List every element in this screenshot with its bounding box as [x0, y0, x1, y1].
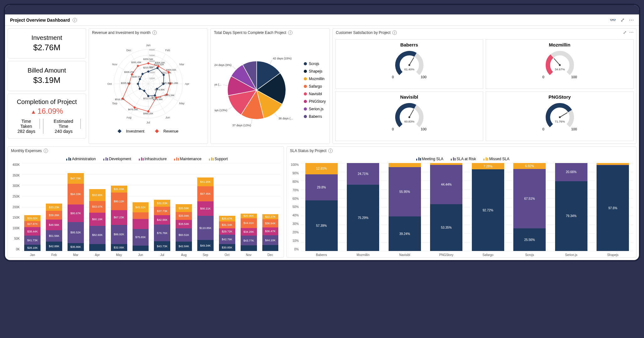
pie-legend: ScrojsShapejsMozmillinSafargoNavisiblPNG… — [304, 62, 326, 119]
radar-card: Revenue and Investment by month i 100K20… — [89, 28, 208, 144]
info-icon[interactable]: i — [392, 30, 397, 35]
svg-text:Jan: Jan — [146, 44, 150, 47]
sla-card: SLA Status by Project i Meeting SLASLA a… — [287, 146, 636, 258]
svg-line-97 — [554, 58, 560, 65]
expenses-chart: 0K50K100K150K200K250K300K350K400K$28.18K… — [8, 163, 284, 257]
svg-line-90 — [223, 85, 228, 85]
kpi-billed: Billed Amount $3.19M — [8, 61, 86, 91]
gauge-baberrs: Baberrs 61.40% 0100 — [335, 39, 483, 89]
svg-text:24 days (9%): 24 days (9%) — [215, 63, 232, 67]
svg-text:31 days (...: 31 days (... — [215, 83, 221, 86]
svg-text:$480.20K: $480.20K — [143, 112, 153, 115]
dashboard-header: Project Overview Dashboard i 👓 ⤢ ⋯ — [5, 14, 639, 26]
svg-text:500K: 500K — [149, 54, 155, 57]
expenses-card: Monthly Expenses i AdministrationDevelop… — [8, 146, 284, 258]
svg-text:Dec: Dec — [126, 49, 131, 52]
svg-point-101 — [408, 116, 410, 118]
svg-text:Mar: Mar — [179, 63, 184, 66]
more-icon[interactable]: ⋯ — [629, 17, 634, 23]
svg-text:Feb: Feb — [165, 49, 170, 52]
svg-text:$373.39K: $373.39K — [165, 94, 175, 97]
svg-text:$311.39K: $311.39K — [161, 71, 172, 74]
gauge-navisibl: Navisibl 60.83% 0100 — [335, 91, 483, 141]
svg-rect-54 — [139, 78, 141, 80]
svg-text:$335.02K: $335.02K — [121, 82, 131, 84]
more-icon[interactable]: ⋯ — [629, 30, 634, 35]
sla-chart: 0%10%20%30%40%50%60%70%80%90%100%57.39%2… — [287, 163, 636, 257]
svg-rect-52 — [139, 87, 141, 90]
svg-text:$361.45K: $361.45K — [131, 61, 141, 64]
svg-text:$212.51K: $212.51K — [143, 97, 153, 100]
svg-text:$276.94K: $276.94K — [153, 98, 163, 101]
svg-text:Nov: Nov — [112, 63, 117, 66]
pie-chart: 42 days (15%)38 days (...37 days (13%)37… — [215, 46, 299, 134]
svg-rect-53 — [137, 83, 139, 85]
radar-chart: 100K200K300K400K500K600KJanFebMarAprMayJ… — [89, 37, 208, 128]
svg-text:Apr: Apr — [185, 82, 189, 85]
svg-text:$174.86K: $174.86K — [155, 88, 165, 91]
svg-point-104 — [559, 116, 561, 118]
svg-line-100 — [409, 109, 414, 117]
svg-rect-56 — [141, 73, 144, 75]
page-title: Project Overview Dashboard — [10, 18, 70, 23]
svg-line-103 — [560, 112, 567, 117]
svg-text:$476.26K: $476.26K — [128, 108, 138, 111]
svg-text:100K: 100K — [149, 77, 155, 80]
svg-text:Oct: Oct — [107, 82, 112, 85]
svg-text:$167.91K: $167.91K — [132, 75, 142, 78]
gauge-mozmillin: Mozmillin 34.67% 0100 — [486, 39, 634, 89]
info-icon[interactable]: i — [152, 30, 157, 35]
svg-text:May: May — [179, 102, 184, 105]
window-titlebar — [5, 5, 639, 14]
svg-text:Jul: Jul — [146, 121, 150, 124]
gauge-pngstory: PNGStory 71.76% 0100 — [486, 91, 634, 141]
svg-text:$381.28K: $381.28K — [168, 82, 178, 84]
svg-text:600K: 600K — [149, 48, 155, 51]
svg-text:Jun: Jun — [165, 116, 170, 119]
svg-text:71.76%: 71.76% — [554, 120, 565, 123]
svg-line-84 — [275, 113, 277, 117]
svg-text:$409.43K: $409.43K — [166, 68, 176, 71]
svg-text:37 days (13%): 37 days (13%) — [232, 124, 251, 127]
expenses-legend: AdministrationDevelopmentInfrastructureM… — [8, 155, 284, 163]
svg-point-95 — [408, 64, 410, 66]
expand-icon[interactable]: ⤢ — [623, 30, 627, 35]
glasses-icon[interactable]: 👓 — [610, 17, 616, 23]
svg-line-88 — [228, 106, 232, 109]
svg-line-92 — [232, 66, 236, 69]
svg-text:$359.54K: $359.54K — [143, 58, 153, 61]
gauges-card: Customer Satisfaction by Project i ⤢ ⋯ B… — [332, 28, 636, 144]
pie-card: Total Days Spent to Complete Each Projec… — [210, 28, 330, 144]
svg-text:38 days (...: 38 days (... — [278, 117, 293, 120]
svg-text:$329.25K: $329.25K — [124, 71, 134, 74]
sla-legend: Meeting SLASLA at RiskMissed SLA — [287, 155, 636, 163]
svg-text:$516.17K: $516.17K — [115, 98, 125, 101]
kpi-investment: Investment $2.76M — [8, 28, 86, 58]
expand-icon[interactable]: ⤢ — [620, 17, 625, 23]
svg-text:61.40%: 61.40% — [404, 68, 414, 71]
svg-text:37 days (13%): 37 days (13%) — [215, 109, 227, 112]
svg-text:34.67%: 34.67% — [554, 68, 565, 71]
info-icon[interactable]: i — [288, 30, 292, 35]
svg-point-98 — [559, 64, 561, 66]
info-icon[interactable]: i — [328, 149, 333, 153]
info-icon[interactable]: i — [44, 149, 48, 153]
kpi-completion: Completion of Project ▲16.09% Time Taken… — [8, 94, 86, 139]
svg-text:Sep: Sep — [112, 102, 117, 105]
triangle-up-icon: ▲ — [30, 109, 36, 115]
svg-text:42 days (15%): 42 days (15%) — [273, 57, 292, 60]
svg-line-94 — [409, 57, 414, 65]
svg-line-82 — [270, 60, 272, 64]
svg-text:60.83%: 60.83% — [404, 120, 414, 123]
info-icon[interactable]: i — [73, 18, 77, 22]
svg-text:Aug: Aug — [126, 116, 131, 119]
svg-line-86 — [251, 119, 252, 124]
svg-text:$354.16K: $354.16K — [155, 61, 165, 64]
svg-text:$215.50K: $215.50K — [143, 66, 153, 69]
